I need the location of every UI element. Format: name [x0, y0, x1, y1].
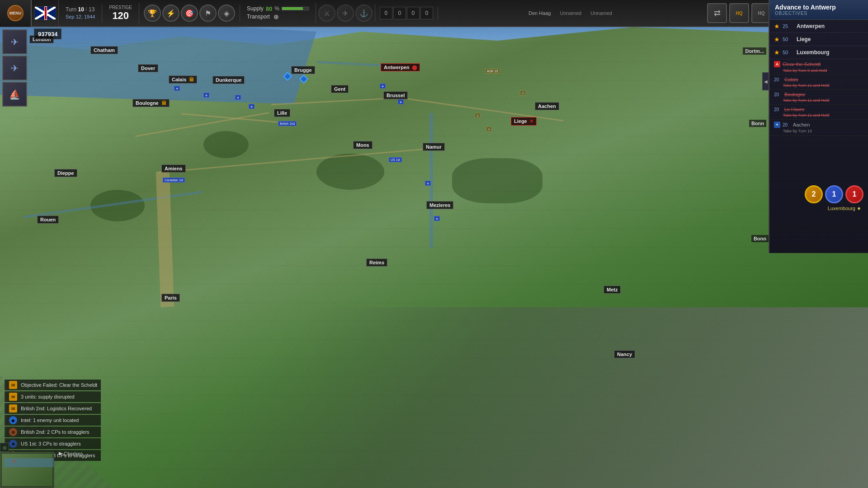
action-btn-5[interactable]: ◈ — [218, 5, 235, 22]
city-rouen[interactable]: Rouen — [37, 216, 59, 224]
city-paris[interactable]: Paris — [161, 294, 180, 302]
unit-us-1st[interactable]: US 1st — [389, 157, 402, 162]
city-dover[interactable]: Dover — [138, 64, 158, 72]
luxembourg-score-label: Luxembourg ★ — [773, 206, 861, 211]
obj-letter-a: A — [774, 61, 780, 67]
forest-3 — [452, 158, 542, 203]
supply-transport-panel: Supply 80 % Transport ⊕ — [240, 3, 316, 23]
city-mezieres[interactable]: Mezieres — [426, 201, 453, 209]
action-buttons: 🏆 ⚡ 🎯 ⚑ ◈ — [139, 5, 240, 22]
city-gent[interactable]: Gent — [331, 85, 349, 93]
city-antwerpen[interactable]: Antwerpen — [381, 63, 420, 71]
city-amiens[interactable]: Amiens — [161, 164, 186, 173]
unit-german-1[interactable]: ⚔ — [475, 113, 481, 118]
unit-counter-2[interactable]: ⊕ — [203, 93, 209, 98]
uk-score-container: 2 — [805, 185, 823, 203]
supply-bar — [282, 7, 309, 10]
obj-sec-aachen[interactable]: + 20 Aachen Take by Turn 10 — [769, 120, 868, 136]
air-btn[interactable]: ✈ — [337, 5, 354, 22]
deploy-btn[interactable]: ⚔ — [318, 5, 335, 22]
log-item-4[interactable]: ⊕ British 2nd: 2 CPs to stragglers — [5, 427, 101, 437]
prestige-box: PRESTIGE 120 — [102, 3, 139, 24]
obj-star-1: ★ — [774, 23, 780, 30]
bottom-icon-btn[interactable]: ◎ — [0, 443, 9, 452]
city-liege[interactable]: Liege ✕ — [511, 117, 537, 126]
city-lille[interactable]: Lille — [274, 109, 290, 117]
city-aachen[interactable]: Aachen — [535, 102, 559, 110]
unit-panel-naval[interactable]: ⛵ — [2, 82, 27, 107]
city-mons[interactable]: Mons — [353, 141, 373, 149]
city-chatham[interactable]: Chatham — [90, 46, 118, 54]
city-calais[interactable]: Calais 🏛 — [169, 75, 197, 84]
log-item-3[interactable]: ◆ Intel: 1 enemy unit located — [5, 415, 101, 426]
log-icon-envelope-1: ✉ — [9, 393, 17, 401]
unit-german-2[interactable]: ⚔ — [520, 90, 526, 95]
unit-panel-air-2[interactable]: ✈ — [2, 56, 27, 80]
obj-pts-boulogne: 20 — [774, 92, 782, 97]
log-item-1[interactable]: ✉ 3 units: supply disrupted — [5, 391, 101, 402]
unit-aok15[interactable]: AOK 15 — [485, 69, 500, 74]
city-namur[interactable]: Namur — [423, 143, 445, 151]
city-brugge[interactable]: Brugge — [291, 66, 315, 74]
action-btn-4[interactable]: ⚑ — [199, 5, 217, 22]
player-score-value: 937934 — [38, 31, 57, 38]
city-reims[interactable]: Reims — [366, 258, 387, 267]
action-btn-1[interactable]: 🏆 — [144, 5, 161, 22]
obj-sec-calais[interactable]: 20 Calais Take by Turn 11 and Hold — [769, 75, 868, 90]
action-btn-2[interactable]: ⚡ — [162, 5, 179, 22]
city-brussel[interactable]: Brussel — [383, 91, 408, 99]
obj-sec-boulogne[interactable]: 20 Boulogne Take by Turn 11 and Hold — [769, 90, 868, 105]
score-area: 2 1 1 Luxembourg ★ — [769, 181, 868, 216]
obj-sec-lehavre[interactable]: 20 Le Havre Take by Turn 11 and Hold — [769, 105, 868, 120]
liege-marker: ✕ — [529, 118, 533, 124]
unit-german-3[interactable]: ⚔ — [486, 127, 492, 131]
city-dieppe[interactable]: Dieppe — [54, 169, 77, 177]
unit-counter-7[interactable]: ⊕ — [434, 216, 440, 221]
score-flag-row: 2 1 1 — [773, 185, 863, 203]
us-score-circle: 1 — [825, 185, 843, 203]
obj-sec-scheldt[interactable]: A Clear the Scheldt Take by Turn 9 and H… — [769, 59, 868, 75]
unit-british-2nd[interactable]: British 2nd — [278, 121, 297, 126]
objective-antwerpen[interactable]: ★ 25 Antwerpen — [769, 20, 868, 33]
expand-arrow-icon: ◀ — [764, 79, 768, 84]
air-unit-icon-1: ✈ — [11, 37, 19, 47]
unit-counter-6[interactable]: ⊕ — [398, 99, 404, 104]
map-background — [0, 0, 868, 488]
bottom-left-panel[interactable]: ◎ — [0, 443, 9, 452]
mini-map-content — [1, 453, 53, 487]
city-boulogne[interactable]: Boulogne 🏛 — [132, 99, 170, 107]
obj-star-3: ★ — [774, 49, 780, 56]
label-dortmund: Dortm... — [743, 47, 766, 55]
unit-counter-8[interactable]: ⊕ — [425, 181, 431, 186]
boulogne-marker: 🏛 — [161, 100, 166, 106]
label-right-edge: Bonn — [751, 235, 769, 242]
unit-counter-1[interactable]: ★ — [174, 86, 180, 91]
flag-area — [32, 0, 59, 27]
obj-pts-lehavre: 20 — [774, 107, 782, 112]
fog-of-war — [0, 307, 868, 488]
log-item-5[interactable]: ★ US 1st: 3 CPs to stragglers — [5, 438, 101, 449]
enemy-score-circle: 1 — [845, 185, 863, 203]
log-item-2[interactable]: ✉ British 2nd: Logistics Recovered — [5, 403, 101, 414]
naval-btn[interactable]: ⚓ — [355, 5, 373, 22]
city-nancy[interactable]: Nancy — [614, 350, 635, 358]
score-2: 0 — [407, 7, 420, 19]
unit-counter-3[interactable]: ⊕ — [235, 95, 241, 100]
city-metz[interactable]: Metz — [604, 286, 621, 294]
unit-counter-5[interactable]: ⊕ — [380, 84, 386, 89]
city-dunkerque[interactable]: Dunkerque — [212, 76, 245, 84]
unit-counter-4[interactable]: ⊕ — [249, 104, 255, 109]
unit-canadian-1st[interactable]: Canadian 1st — [163, 178, 185, 183]
unit-panel-air-1[interactable]: ✈ — [2, 29, 27, 54]
mini-map[interactable] — [0, 452, 54, 488]
log-item-0[interactable]: ✉ Objective Failed: Clear the Scheldt — [5, 380, 101, 390]
action-icons-2: ⚔ ✈ ⚓ — [316, 5, 375, 22]
ctrl-btn-arrows[interactable]: ⇄ — [707, 3, 727, 23]
panel-expand-tab[interactable]: ◀ — [762, 72, 769, 90]
objective-luxembourg[interactable]: ★ 50 Luxembourg — [769, 46, 868, 59]
action-btn-3[interactable]: 🎯 — [181, 5, 198, 22]
ctrl-btn-hq[interactable]: HQ — [729, 3, 749, 23]
menu-button[interactable]: MENU — [0, 0, 32, 27]
objective-liege[interactable]: ★ 50 Liege — [769, 33, 868, 46]
chartres-arrow: ▶ — [59, 450, 62, 456]
